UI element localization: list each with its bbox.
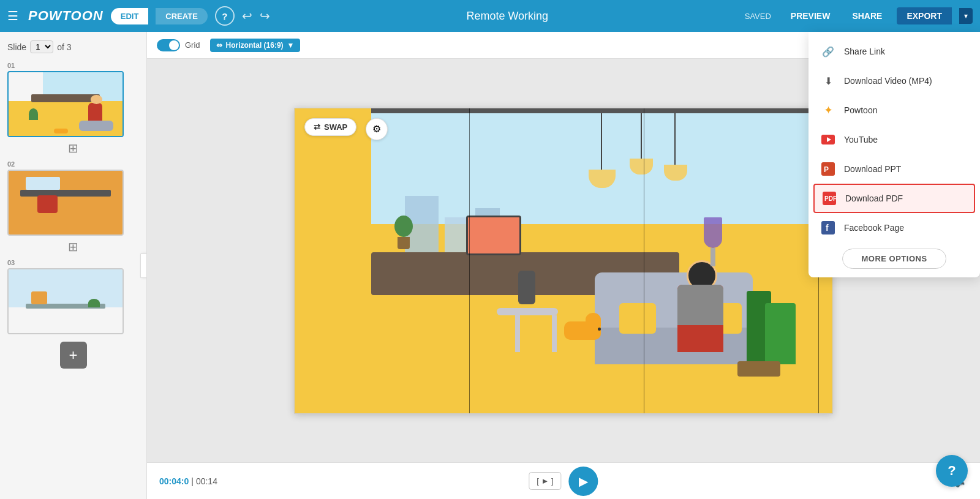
slide-thumbnail-2[interactable]	[7, 170, 124, 236]
slide-number-3: 03	[7, 259, 139, 266]
lamp-string-3	[674, 113, 676, 168]
undo-icon[interactable]: ↩	[242, 9, 252, 23]
tree-pot	[737, 361, 780, 377]
pdf-icon: PDF	[822, 191, 837, 206]
aspect-icon: ⇔	[216, 41, 222, 50]
menu-icon[interactable]: ☰	[7, 9, 18, 23]
scene-ceiling	[371, 108, 832, 113]
export-download-video[interactable]: ⬇ Download Video (MP4)	[809, 66, 980, 96]
insert-slide-after-1[interactable]: ⊞	[68, 141, 78, 156]
export-share-link[interactable]: 🔗 Share Link	[809, 37, 980, 66]
download-pdf-label: Download PDF	[845, 193, 903, 203]
more-options-button[interactable]: MORE OPTIONS	[842, 249, 946, 269]
slide-thumbnail-1[interactable]	[7, 71, 124, 137]
settings-button[interactable]: ⚙	[366, 118, 388, 140]
table-leg-1	[515, 315, 520, 352]
lamp-string-2	[641, 113, 642, 162]
svg-text:PDF: PDF	[824, 195, 836, 202]
slide-insert-2: ⊞	[0, 238, 146, 257]
grid-toggle-switch[interactable]	[157, 39, 180, 51]
tree-2	[765, 303, 796, 364]
preview-button[interactable]: PREVIEW	[783, 7, 838, 24]
export-facebook[interactable]: f Facebook Page	[809, 213, 980, 242]
bracket-play-button[interactable]: [ ► ]	[529, 472, 561, 490]
cushion-1	[619, 303, 656, 334]
export-powtoon[interactable]: ✦ Powtoon	[809, 96, 980, 125]
lamp-string-1	[601, 113, 602, 174]
insert-slide-after-2[interactable]: ⊞	[68, 239, 78, 254]
lamp-3	[664, 165, 687, 181]
slide-number-select[interactable]: 1 2 3	[30, 40, 53, 53]
export-dropdown: 🔗 Share Link ⬇ Download Video (MP4) ✦ Po…	[809, 32, 980, 277]
share-button[interactable]: SHARE	[845, 7, 889, 24]
svg-text:f: f	[826, 223, 829, 233]
facebook-icon: f	[821, 220, 835, 235]
edit-button[interactable]: EDIT	[111, 8, 149, 24]
powtoon-icon: ✦	[821, 103, 835, 118]
sidebar: Slide 1 2 3 of 3 01	[0, 32, 147, 499]
slide-number-2: 02	[7, 160, 139, 168]
help-icon[interactable]: ?	[215, 6, 235, 26]
guide-line-2	[644, 108, 644, 413]
toggle-knob	[169, 40, 179, 50]
slide-item-1[interactable]: 01	[0, 59, 146, 140]
youtube-label: YouTube	[844, 135, 878, 144]
lamp-2	[630, 159, 653, 174]
aspect-arrow: ▼	[287, 41, 295, 50]
navbar: ☰ POWTOON EDIT CREATE ? ↩ ↪ Remote Worki…	[0, 0, 980, 32]
export-download-ppt[interactable]: P Download PPT	[809, 154, 980, 184]
svg-text:P: P	[824, 165, 829, 174]
export-dropdown-arrow[interactable]: ▾	[959, 8, 973, 24]
slide-item-3[interactable]: 03	[0, 257, 146, 337]
bottom-controls: 00:04:0 | 00:14 [ ► ] ▶ 🔈	[147, 462, 980, 499]
grid-toggle: Grid	[157, 39, 200, 51]
slide-of-total: of 3	[57, 42, 71, 52]
play-button[interactable]: ▶	[569, 467, 598, 496]
more-options-container: MORE OPTIONS	[809, 242, 980, 272]
export-button[interactable]: EXPORT	[897, 7, 952, 24]
swap-icon: ⇄	[314, 122, 320, 132]
scene-monitor	[466, 216, 521, 255]
person-body	[677, 285, 723, 352]
table-top	[497, 308, 558, 315]
aspect-selector[interactable]: ⇔ Horizontal (16:9) ▼	[210, 39, 301, 52]
swap-button[interactable]: ⇄ SWAP	[304, 118, 356, 136]
aspect-label: Horizontal (16:9)	[226, 41, 284, 50]
facebook-label: Facebook Page	[844, 223, 904, 233]
logo: POWTOON	[28, 8, 104, 24]
saved-status: SAVED	[745, 12, 771, 21]
grid-label: Grid	[185, 40, 200, 50]
export-download-pdf[interactable]: PDF Download PDF	[813, 184, 975, 213]
add-slide-button[interactable]: +	[60, 342, 87, 369]
slide-canvas[interactable]: ⇄ SWAP ⚙	[294, 108, 833, 414]
guide-line-1	[469, 108, 470, 413]
scene-cat	[564, 312, 613, 340]
ppt-icon: P	[821, 162, 835, 176]
powtoon-label: Powtoon	[844, 105, 877, 115]
share-link-icon: 🔗	[821, 44, 835, 59]
time-total: 00:14	[196, 476, 217, 486]
sidebar-collapse-button[interactable]: ‹	[140, 253, 147, 278]
playback-controls: [ ► ] ▶	[529, 467, 598, 496]
scene-plant	[390, 216, 417, 249]
help-bubble[interactable]: ?	[936, 455, 968, 487]
redo-icon[interactable]: ↪	[260, 9, 270, 23]
slide-insert-1: ⊞	[0, 140, 146, 158]
share-link-label: Share Link	[844, 47, 885, 56]
settings-icon: ⚙	[372, 123, 381, 135]
youtube-icon	[821, 132, 835, 147]
table-leg-2	[552, 315, 557, 352]
scene-speaker	[518, 271, 535, 304]
export-youtube[interactable]: YouTube	[809, 125, 980, 154]
slide-thumbnail-3[interactable]	[7, 268, 124, 334]
time-current: 00:04:0	[159, 476, 189, 486]
slide-counter: Slide 1 2 3 of 3	[0, 38, 146, 59]
add-slide-container: +	[0, 337, 146, 373]
play-icon: ▶	[579, 474, 588, 489]
create-button[interactable]: CREATE	[156, 8, 207, 24]
slide-number-1: 01	[7, 62, 139, 69]
download-video-label: Download Video (MP4)	[844, 76, 932, 86]
presentation-title: Remote Working	[277, 10, 737, 23]
download-video-icon: ⬇	[821, 73, 835, 88]
slide-item-2[interactable]: 02	[0, 158, 146, 238]
